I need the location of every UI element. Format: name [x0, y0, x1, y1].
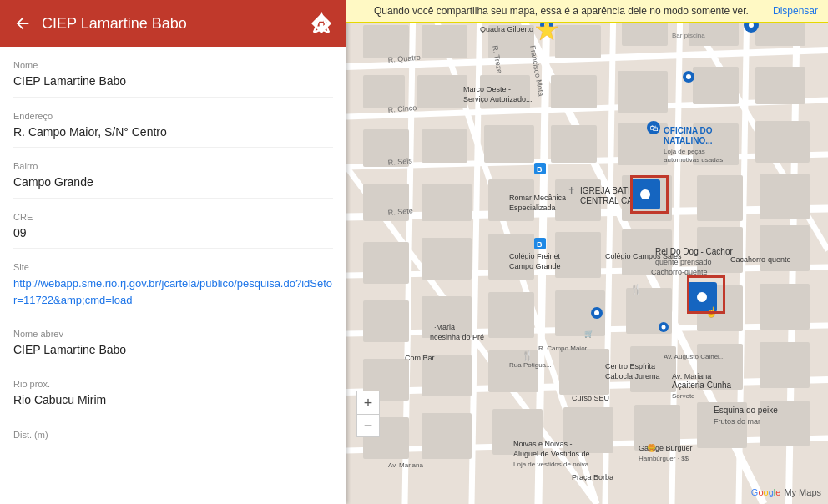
svg-rect-47 — [760, 174, 810, 219]
banner-text: Quando você compartilha seu mapa, essa é… — [356, 5, 766, 17]
svg-text:Curso SEU: Curso SEU — [572, 394, 609, 402]
map-banner: Quando você compartilha seu mapa, essa é… — [346, 0, 828, 23]
dismiss-button[interactable]: Dispensar — [773, 5, 818, 17]
svg-text:🛒: 🛒 — [584, 329, 594, 339]
svg-text:R. Campo Maior: R. Campo Maior — [538, 345, 588, 352]
back-button[interactable] — [13, 14, 32, 33]
svg-text:Marco Oeste -: Marco Oeste - — [463, 85, 511, 93]
svg-text:OFICINA DO: OFICINA DO — [664, 126, 713, 135]
nome-value: CIEP Lamartine Babo — [13, 73, 333, 90]
svg-rect-20 — [363, 25, 409, 58]
svg-text:ncesinha do Pré: ncesinha do Pré — [430, 333, 484, 341]
svg-rect-37 — [551, 125, 597, 163]
svg-point-140 — [594, 310, 599, 315]
svg-text:·Maria: ·Maria — [434, 323, 455, 331]
svg-rect-31 — [618, 71, 668, 113]
google-logo: Google My Maps — [751, 487, 821, 497]
panel-title: CIEP Lamartine Babo — [42, 15, 310, 33]
svg-rect-65 — [559, 349, 609, 395]
svg-rect-54 — [760, 225, 810, 271]
svg-rect-32 — [693, 67, 739, 104]
svg-rect-40 — [755, 121, 810, 163]
svg-text:☝: ☝ — [705, 305, 718, 318]
rio-prox-label: Rio prox. — [13, 379, 333, 389]
directions-button[interactable] — [310, 12, 333, 35]
svg-point-142 — [662, 325, 666, 330]
cre-label: CRE — [13, 212, 333, 222]
svg-text:Loja de vestidos de noiva: Loja de vestidos de noiva — [513, 461, 589, 468]
nome-abrev-field: Nome abrev CIEP Lamartine Babo — [13, 315, 333, 366]
svg-rect-68 — [760, 342, 810, 388]
svg-text:B: B — [537, 240, 543, 249]
site-field: Site http://webapp.sme.rio.rj.gov.br/jca… — [13, 249, 333, 315]
svg-point-151 — [697, 292, 707, 302]
svg-text:Especializada: Especializada — [509, 204, 556, 212]
svg-rect-55 — [363, 300, 409, 342]
svg-text:Açaiteria Cunha: Açaiteria Cunha — [672, 381, 732, 390]
svg-rect-56 — [422, 296, 472, 338]
svg-text:Noivas e Noivas -: Noivas e Noivas - — [513, 440, 573, 448]
svg-rect-28 — [417, 75, 467, 108]
dist-field: Dist. (m) — [13, 416, 333, 450]
svg-text:✝: ✝ — [568, 185, 575, 195]
svg-text:🍴: 🍴 — [522, 350, 533, 361]
svg-text:Romar Mecânica: Romar Mecânica — [509, 194, 566, 202]
svg-text:Com Bar: Com Bar — [405, 354, 435, 362]
svg-text:Rua Potigua...: Rua Potigua... — [509, 361, 552, 369]
nome-abrev-value: CIEP Lamartine Babo — [13, 342, 333, 359]
svg-text:Cabocla Jurema: Cabocla Jurema — [605, 372, 660, 381]
dist-label: Dist. (m) — [13, 430, 333, 440]
svg-text:Cachorro-quente: Cachorro-quente — [651, 268, 708, 276]
map-area[interactable]: Quando você compartilha seu mapa, essa é… — [346, 0, 828, 504]
svg-text:quente prensado: quente prensado — [655, 258, 712, 266]
svg-text:Sorvete: Sorvete — [672, 392, 695, 400]
google-g-logo: Google — [751, 487, 781, 497]
site-link[interactable]: http://webapp.sme.rio.rj.gov.br/jcartela… — [13, 277, 332, 305]
panel-content: Nome CIEP Lamartine Babo Endereço R. Cam… — [0, 47, 346, 504]
detail-panel: CIEP Lamartine Babo Nome CIEP Lamartine … — [0, 0, 346, 504]
bairro-field: Bairro Campo Grande — [13, 148, 333, 199]
rio-prox-value: Rio Cabucu Mirim — [13, 392, 333, 409]
mymaps-text: My Maps — [784, 487, 821, 497]
svg-text:Loja de peças: Loja de peças — [664, 148, 705, 155]
svg-text:Colégio Freinet: Colégio Freinet — [509, 252, 561, 260]
endereco-label: Endereço — [13, 111, 333, 121]
svg-text:Centro Espírita: Centro Espírita — [605, 362, 655, 370]
svg-text:Campo Grande: Campo Grande — [509, 262, 561, 270]
svg-rect-46 — [697, 175, 743, 221]
svg-text:Av. Augusto Calhei...: Av. Augusto Calhei... — [664, 353, 725, 360]
svg-rect-48 — [363, 242, 409, 284]
svg-rect-27 — [363, 75, 405, 108]
svg-text:🍴: 🍴 — [630, 283, 642, 295]
zoom-out-button[interactable]: − — [356, 414, 380, 437]
svg-text:Av. Mariana: Av. Mariana — [672, 372, 711, 381]
panel-header: CIEP Lamartine Babo — [0, 0, 346, 47]
svg-rect-35 — [422, 129, 467, 163]
svg-text:Frutos do mar: Frutos do mar — [714, 417, 760, 426]
svg-rect-51 — [555, 232, 601, 278]
cre-field: CRE 09 — [13, 199, 333, 249]
endereco-value: R. Campo Maior, S/N° Centro — [13, 124, 333, 141]
site-label: Site — [13, 262, 333, 272]
svg-rect-23 — [555, 25, 601, 58]
svg-rect-21 — [422, 25, 467, 58]
nome-abrev-label: Nome abrev — [13, 329, 333, 339]
svg-text:automotivas usadas: automotivas usadas — [664, 156, 723, 164]
svg-rect-33 — [755, 67, 805, 104]
nome-label: Nome — [13, 60, 333, 70]
svg-rect-36 — [484, 125, 534, 163]
svg-text:NATALINO...: NATALINO... — [664, 136, 713, 145]
svg-text:Cacahorro-quente: Cacahorro-quente — [730, 255, 791, 264]
svg-point-124 — [749, 23, 754, 28]
svg-text:Serviço Autorizado...: Serviço Autorizado... — [463, 95, 533, 103]
zoom-in-button[interactable]: + — [356, 391, 380, 414]
rio-prox-field: Rio prox. Rio Cabucu Mirim — [13, 365, 333, 416]
svg-text:Esquina do peixe: Esquina do peixe — [714, 406, 778, 415]
svg-text:Rei Do Dog - Cachor: Rei Do Dog - Cachor — [655, 247, 733, 256]
svg-rect-57 — [488, 292, 534, 338]
bairro-value: Campo Grande — [13, 174, 333, 191]
bairro-label: Bairro — [13, 161, 333, 171]
svg-text:Aluguel de Vestidos de...: Aluguel de Vestidos de... — [513, 450, 596, 458]
zoom-controls: + − — [356, 391, 380, 437]
svg-text:🛍: 🛍 — [650, 123, 659, 133]
